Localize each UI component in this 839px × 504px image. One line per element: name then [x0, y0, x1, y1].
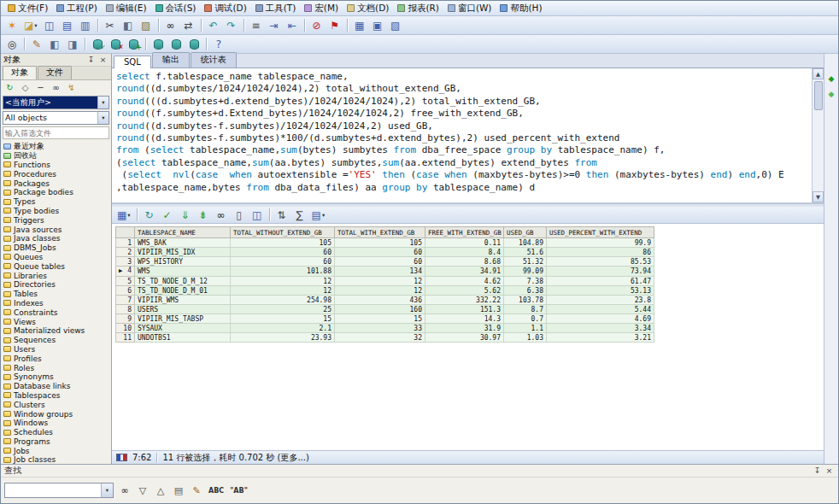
owner-filter-combo[interactable]: <当前用户> ▾ [3, 96, 109, 109]
tree-item[interactable]: Functions [3, 161, 111, 170]
menu-item-edit[interactable]: 编辑(E) [102, 2, 151, 15]
scrollbar-thumb[interactable] [814, 81, 823, 110]
value-cell[interactable]: 51.6 [504, 248, 547, 257]
tree-item[interactable]: Tables [3, 290, 111, 299]
row-number-cell[interactable]: 1 [116, 238, 135, 248]
value-cell[interactable]: 3.34 [547, 324, 654, 333]
value-cell[interactable]: 51.32 [504, 257, 547, 267]
value-cell[interactable]: 101.88 [231, 267, 335, 277]
tablespace-name-cell[interactable]: WMS_BAK [135, 238, 231, 248]
exact-match-button[interactable]: "AB" [227, 483, 250, 498]
value-cell[interactable]: 15 [335, 314, 425, 324]
tree-item[interactable]: Types [3, 197, 111, 207]
fetch-last-button[interactable]: ⇟ [195, 208, 212, 223]
replace-button[interactable]: ⇄ [180, 18, 197, 33]
row-number-cell[interactable]: 5 [116, 277, 135, 286]
edit-search-button[interactable]: ✎ [188, 483, 205, 498]
grid-mode-button[interactable]: ▦▾ [114, 208, 133, 223]
tree-item[interactable]: Programs [3, 437, 111, 447]
tree-item[interactable]: Procedures [3, 169, 111, 179]
tree-item[interactable]: Directories [3, 280, 111, 290]
value-cell[interactable]: 53.13 [547, 286, 654, 296]
fetch-next-button[interactable]: ⇓ [177, 208, 194, 223]
tree-item[interactable]: Packages [3, 179, 111, 188]
tree-item[interactable]: Triggers [3, 215, 111, 225]
zoom-button[interactable]: ◎ [3, 37, 21, 52]
tree-item[interactable]: Sequences [3, 336, 111, 345]
value-cell[interactable]: 86 [547, 248, 654, 257]
value-cell[interactable]: 23.8 [547, 296, 654, 305]
column-header[interactable]: TABLESPACE_NAME [135, 227, 231, 238]
tree-item[interactable]: Queues [3, 253, 111, 262]
value-cell[interactable]: 12 [231, 286, 335, 296]
value-cell[interactable]: 23.93 [231, 333, 335, 343]
value-cell[interactable]: 105 [335, 238, 425, 248]
open-button[interactable]: ◪▾ [21, 18, 40, 33]
close-icon[interactable]: × [97, 55, 109, 65]
rollback-button[interactable]: ✗ [107, 37, 124, 52]
column-header[interactable]: USED_GB [504, 227, 547, 238]
document-tab-2[interactable]: 统计表 [191, 52, 237, 67]
value-cell[interactable]: 73.94 [547, 267, 654, 277]
chevron-down-icon[interactable]: ▾ [97, 97, 109, 108]
filter-input[interactable] [3, 127, 109, 138]
redo-button[interactable]: ↷ [223, 18, 240, 33]
print-button[interactable]: ▤ [59, 18, 76, 33]
post-button[interactable]: ✓ [159, 208, 176, 223]
tree-item[interactable]: Views [3, 317, 111, 326]
tree-item[interactable]: Roles [3, 363, 111, 372]
help-button[interactable]: ? [210, 37, 227, 52]
grid-corner[interactable] [116, 227, 135, 238]
menu-item-document[interactable]: 文档(D) [343, 2, 393, 15]
find-object-button[interactable]: ∞ [49, 81, 63, 94]
value-cell[interactable]: 30.97 [425, 333, 504, 343]
value-cell[interactable]: 151.3 [425, 305, 504, 314]
row-number-cell[interactable]: ▶4 [116, 267, 135, 277]
tablespace-name-cell[interactable]: SYSAUX [135, 324, 231, 333]
tablespace-name-cell[interactable]: WPS_HISTORY [135, 257, 231, 267]
sidebar-tab-0[interactable]: 对象 [3, 66, 37, 79]
tablespace-name-cell[interactable]: VIPIIR_MIS_IDX [135, 248, 231, 257]
value-cell[interactable]: 5.44 [547, 305, 654, 314]
edit-button[interactable]: ✎ [28, 37, 45, 52]
tree-item[interactable]: Materialized views [3, 326, 111, 336]
menu-item-help[interactable]: 帮助(H) [496, 2, 546, 15]
copy-window-button[interactable]: ◧ [46, 37, 63, 52]
row-number-cell[interactable]: 11 [116, 333, 135, 343]
paste-window-button[interactable]: ◨ [64, 37, 81, 52]
value-cell[interactable]: 99.09 [504, 267, 547, 277]
value-cell[interactable]: 14.3 [425, 314, 504, 324]
filter-button[interactable]: ◇ [18, 81, 32, 94]
value-cell[interactable]: 99.9 [547, 238, 654, 248]
value-cell[interactable]: 7.38 [504, 277, 547, 286]
flag-button[interactable]: ⚑ [326, 18, 343, 33]
outdent-button[interactable]: ⇤ [284, 18, 301, 33]
value-cell[interactable]: 12 [335, 286, 425, 296]
value-cell[interactable]: 104.89 [504, 238, 547, 248]
value-cell[interactable]: 5.62 [425, 286, 504, 296]
menu-item-debug[interactable]: 调试(D) [200, 2, 250, 15]
object-scope-combo[interactable]: All objects ▾ [3, 111, 109, 125]
document-tab-0[interactable]: SQL [114, 56, 151, 68]
tree-item[interactable]: 回收站 [3, 151, 111, 161]
sync-button[interactable]: ↯ [64, 81, 79, 94]
find-input[interactable] [5, 483, 101, 497]
value-cell[interactable]: 85.53 [547, 257, 654, 267]
new-button[interactable]: ✶ [3, 18, 21, 33]
pin-icon[interactable]: ↧ [812, 466, 823, 476]
tree-item[interactable]: Jobs [3, 446, 111, 455]
tree-item[interactable]: Java classes [3, 234, 111, 243]
value-cell[interactable]: 60 [335, 257, 425, 267]
refresh-button[interactable]: ↻ [3, 81, 17, 94]
value-cell[interactable]: 8.4 [425, 248, 504, 257]
tree-item[interactable]: Indexes [3, 299, 111, 308]
tree-item[interactable]: Libraries [3, 271, 111, 280]
pin-icon[interactable]: ↧ [85, 55, 97, 65]
value-cell[interactable]: 4.62 [425, 277, 504, 286]
print-options-button[interactable]: ▥ [77, 18, 94, 33]
tree-item[interactable]: Job classes [3, 455, 111, 464]
refresh-button[interactable]: ↻ [141, 208, 158, 223]
session-3-button[interactable] [185, 37, 202, 52]
row-number-cell[interactable]: 8 [116, 305, 135, 314]
find-next-button[interactable]: ▽ [134, 483, 151, 498]
